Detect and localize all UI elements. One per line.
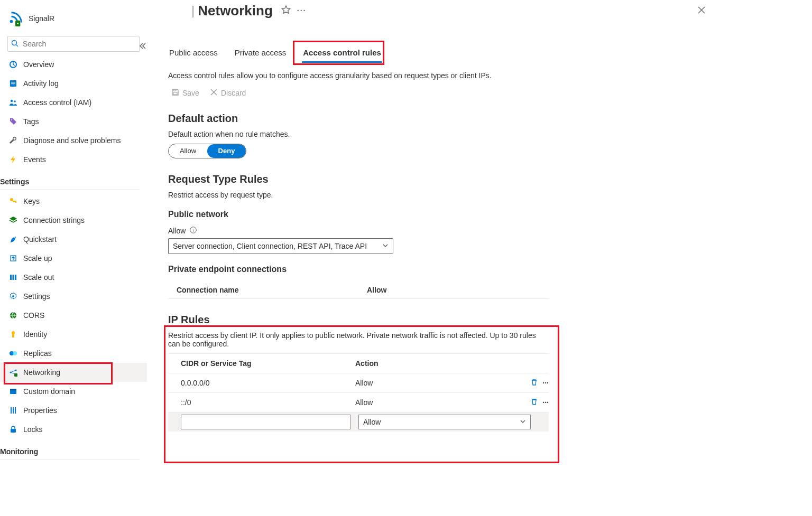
identity-icon: [8, 330, 18, 339]
replicas-icon: [8, 349, 18, 358]
new-cidr-input[interactable]: [181, 415, 351, 429]
svg-rect-14: [15, 202, 16, 203]
new-action-value: Allow: [363, 418, 381, 426]
ip-cidr-cell: 0.0.0.0/0: [181, 379, 355, 387]
allow-label: Allow: [168, 227, 186, 235]
sidebar-item-label: Overview: [23, 60, 54, 69]
ip-col-action: Action: [355, 359, 379, 368]
title-bar: | Networking ···: [160, 0, 812, 21]
sidebar-section-settings: Settings: [0, 171, 140, 190]
tab-private-access[interactable]: Private access: [234, 44, 288, 63]
sidebar-item-label: Keys: [23, 197, 40, 205]
sidebar-item-label: Quickstart: [23, 235, 57, 243]
ip-rule-row: ::/0 Allow ···: [168, 393, 549, 412]
tab-access-control-rules[interactable]: Access control rules: [302, 44, 382, 63]
default-action-toggle[interactable]: Allow Deny: [168, 144, 246, 158]
svg-rect-7: [11, 82, 15, 82]
svg-point-15: [14, 237, 15, 238]
sidebar-item-connection-strings[interactable]: Connection strings: [0, 211, 147, 230]
info-icon[interactable]: i: [190, 227, 197, 235]
sidebar-item-scale-up[interactable]: Scale up: [0, 249, 147, 268]
sidebar-item-scale-out[interactable]: Scale out: [0, 268, 147, 287]
svg-point-10: [14, 100, 16, 102]
svg-point-9: [11, 100, 13, 102]
lock-icon: [8, 425, 18, 434]
gear-icon: [8, 292, 18, 301]
discard-icon: [210, 88, 218, 98]
sidebar-item-label: Networking: [23, 368, 60, 377]
svg-point-22: [12, 331, 15, 334]
tab-public-access[interactable]: Public access: [168, 44, 219, 63]
sidebar-item-locks[interactable]: Locks: [0, 420, 147, 439]
cors-icon: [8, 311, 18, 320]
svg-rect-8: [11, 83, 15, 84]
sidebar-item-keys[interactable]: Keys: [0, 192, 147, 211]
sidebar-item-label: Connection strings: [23, 216, 85, 224]
signalr-icon: [7, 11, 23, 26]
discard-button[interactable]: Discard: [210, 88, 246, 98]
sidebar-item-custom-domain[interactable]: Custom domain: [0, 382, 147, 401]
sidebar-item-label: Locks: [23, 425, 43, 434]
close-icon[interactable]: [697, 5, 706, 16]
quickstart-icon: [8, 234, 18, 244]
activity-log-icon: [8, 79, 18, 88]
lightning-icon: [8, 155, 18, 164]
sidebar-item-cors[interactable]: CORS: [0, 306, 147, 325]
private-endpoint-heading: Private endpoint connections: [168, 265, 812, 274]
sidebar-item-properties[interactable]: Properties: [0, 401, 147, 420]
sidebar-item-activity-log[interactable]: Activity log: [0, 74, 147, 93]
toggle-allow[interactable]: Allow: [169, 144, 207, 158]
pec-col-connection-name: Connection name: [177, 286, 367, 294]
svg-point-3: [12, 40, 17, 45]
more-icon[interactable]: ···: [297, 6, 307, 15]
sidebar-item-label: Replicas: [23, 349, 52, 358]
overview-icon: [8, 60, 18, 69]
row-more-icon[interactable]: ···: [542, 398, 549, 407]
delete-icon[interactable]: [530, 398, 538, 407]
service-header: SignalR: [7, 5, 153, 32]
toggle-deny[interactable]: Deny: [207, 144, 246, 158]
sidebar-item-iam[interactable]: Access control (IAM): [0, 93, 147, 112]
sidebar-item-networking[interactable]: Networking: [0, 363, 147, 382]
sidebar-item-diagnose[interactable]: Diagnose and solve problems: [0, 131, 147, 150]
sidebar-item-label: Events: [23, 155, 46, 164]
allow-request-types-select[interactable]: Server connection, Client connection, RE…: [168, 238, 393, 254]
sidebar-item-label: Scale out: [23, 273, 54, 282]
sidebar-item-label: Properties: [23, 406, 57, 415]
key-icon: [8, 196, 18, 206]
ip-action-cell: Allow: [355, 398, 503, 407]
sidebar-item-identity[interactable]: Identity: [0, 325, 147, 344]
sidebar-item-overview[interactable]: Overview: [0, 55, 147, 74]
ip-rule-new-row: Allow: [168, 412, 549, 431]
sidebar-item-settings[interactable]: Settings: [0, 287, 147, 306]
favorite-icon[interactable]: [281, 5, 291, 16]
ip-rules-table-header: CIDR or Service Tag Action: [168, 354, 549, 373]
save-button[interactable]: Save: [171, 88, 199, 98]
svg-point-20: [12, 295, 14, 297]
new-action-select[interactable]: Allow: [358, 415, 531, 429]
collapse-sidebar-icon[interactable]: [139, 42, 146, 51]
svg-line-4: [16, 44, 19, 46]
sidebar-item-replicas[interactable]: Replicas: [0, 344, 147, 363]
row-more-icon[interactable]: ···: [542, 379, 549, 387]
networking-icon: [8, 368, 18, 377]
sidebar-nav[interactable]: Overview Activity log Access control (IA…: [0, 55, 147, 516]
sidebar-item-tags[interactable]: Tags: [0, 112, 147, 131]
delete-icon[interactable]: [530, 378, 538, 388]
sidebar-item-label: Diagnose and solve problems: [23, 136, 121, 145]
search-field[interactable]: [22, 39, 136, 49]
sidebar-item-label: Activity log: [23, 79, 59, 88]
sidebar-item-label: Custom domain: [23, 387, 75, 396]
sidebar-item-label: Scale up: [23, 254, 52, 262]
wrench-icon: [8, 136, 18, 145]
sidebar-item-quickstart[interactable]: Quickstart: [0, 230, 147, 249]
search-input[interactable]: [7, 36, 140, 52]
svg-text:i: i: [193, 228, 194, 233]
svg-rect-36: [173, 89, 176, 91]
default-action-heading: Default action: [168, 112, 812, 125]
svg-rect-35: [11, 429, 16, 433]
title-separator: |: [191, 3, 195, 18]
svg-rect-31: [10, 389, 16, 390]
page-title: Networking: [198, 3, 273, 19]
sidebar-item-events[interactable]: Events: [0, 150, 147, 169]
